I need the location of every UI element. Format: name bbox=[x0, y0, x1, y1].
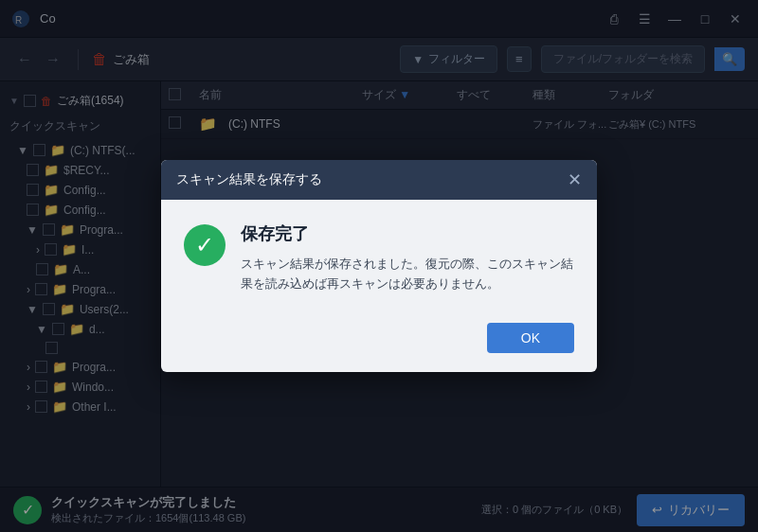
modal-close-button[interactable]: ✕ bbox=[568, 171, 582, 188]
modal-header-title: スキャン結果を保存する bbox=[176, 171, 322, 188]
modal-message: スキャン結果が保存されました。復元の際、このスキャン結果を読み込めば再スキャンは… bbox=[241, 255, 574, 294]
modal-body: ✓ 保存完了 スキャン結果が保存されました。復元の際、このスキャン結果を読み込め… bbox=[161, 200, 597, 313]
modal-content: 保存完了 スキャン結果が保存されました。復元の際、このスキャン結果を読み込めば再… bbox=[241, 222, 574, 294]
modal-ok-button[interactable]: OK bbox=[487, 323, 574, 353]
modal-title: 保存完了 bbox=[241, 222, 574, 245]
modal-header: スキャン結果を保存する ✕ bbox=[161, 160, 597, 200]
modal-success-icon: ✓ bbox=[184, 224, 226, 266]
modal-footer: OK bbox=[161, 313, 597, 372]
modal-backdrop: スキャン結果を保存する ✕ ✓ 保存完了 スキャン結果が保存されました。復元の際… bbox=[0, 0, 758, 532]
app-wrapper: R Co ⎙ ☰ — □ ✕ ← → 🗑 ごみ箱 ▼ フィルター ≡ ファイル/ bbox=[0, 0, 758, 532]
modal-dialog: スキャン結果を保存する ✕ ✓ 保存完了 スキャン結果が保存されました。復元の際… bbox=[161, 160, 597, 372]
